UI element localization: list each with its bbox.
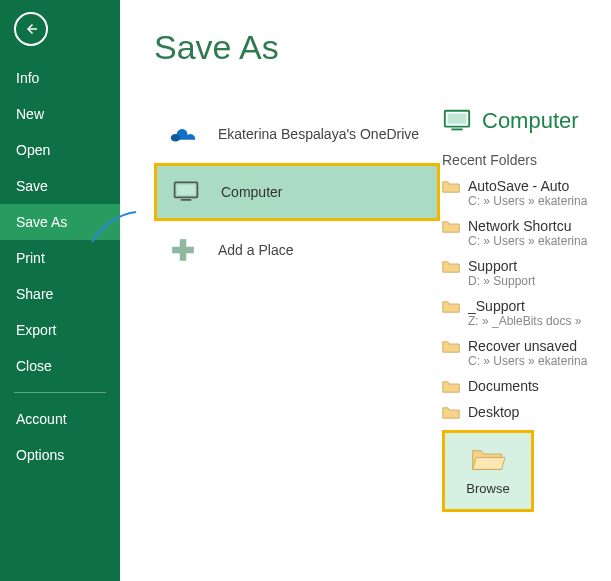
back-button[interactable] — [14, 12, 48, 46]
location-add-a-place[interactable]: Add a Place — [154, 221, 440, 279]
folder-icon — [442, 380, 460, 394]
folder-path: C: » Users » ekaterina — [468, 354, 587, 368]
recent-folder[interactable]: Desktop — [442, 404, 611, 420]
svg-rect-2 — [177, 185, 195, 195]
nav-item-new[interactable]: New — [0, 96, 120, 132]
nav-item-share[interactable]: Share — [0, 276, 120, 312]
backstage-sidebar: InfoNewOpenSaveSave AsPrintShareExportCl… — [0, 0, 120, 581]
location-heading-label: Computer — [482, 108, 579, 134]
onedrive-icon — [164, 115, 202, 153]
folder-icon — [442, 180, 460, 194]
nav-item-save-as[interactable]: Save As — [0, 204, 120, 240]
recent-folder[interactable]: Network ShortcuC: » Users » ekaterina — [442, 218, 611, 248]
back-arrow-icon — [22, 20, 40, 38]
folder-open-icon — [471, 447, 505, 473]
recent-folder[interactable]: Recover unsavedC: » Users » ekaterina — [442, 338, 611, 368]
browse-label: Browse — [466, 481, 509, 496]
location-computer[interactable]: Computer — [154, 163, 440, 221]
nav-item-options[interactable]: Options — [0, 437, 120, 473]
nav-item-export[interactable]: Export — [0, 312, 120, 348]
nav-item-print[interactable]: Print — [0, 240, 120, 276]
computer-icon — [167, 173, 205, 211]
folder-icon — [442, 300, 460, 314]
folder-icon — [442, 406, 460, 420]
svg-point-0 — [171, 134, 180, 142]
folder-name: Support — [468, 258, 535, 274]
nav-item-account[interactable]: Account — [0, 401, 120, 437]
svg-rect-5 — [172, 247, 194, 254]
folder-name: Documents — [468, 378, 539, 394]
sidebar-divider — [14, 392, 106, 393]
nav-item-save[interactable]: Save — [0, 168, 120, 204]
computer-icon — [442, 106, 472, 136]
nav-item-open[interactable]: Open — [0, 132, 120, 168]
folder-name: Network Shortcu — [468, 218, 587, 234]
folder-name: Recover unsaved — [468, 338, 587, 354]
location-heading: Computer — [442, 106, 611, 136]
folder-path: Z: » _AbleBits docs » — [468, 314, 581, 328]
page-title: Save As — [154, 28, 440, 67]
svg-rect-3 — [181, 199, 192, 201]
nav-item-close[interactable]: Close — [0, 348, 120, 384]
recent-folder[interactable]: SupportD: » Support — [442, 258, 611, 288]
browse-button[interactable]: Browse — [442, 430, 534, 512]
recent-folders-label: Recent Folders — [442, 152, 611, 168]
folder-name: Desktop — [468, 404, 519, 420]
location-label: Add a Place — [218, 242, 294, 258]
save-as-detail-panel: Computer Recent Folders AutoSave - AutoC… — [440, 0, 611, 581]
location-label: Ekaterina Bespalaya's OneDrive — [218, 126, 419, 142]
add-icon — [164, 231, 202, 269]
svg-rect-7 — [448, 114, 467, 124]
location-label: Computer — [221, 184, 282, 200]
folder-icon — [442, 340, 460, 354]
nav-item-info[interactable]: Info — [0, 60, 120, 96]
recent-folder[interactable]: Documents — [442, 378, 611, 394]
svg-rect-8 — [451, 129, 462, 131]
recent-folder[interactable]: _SupportZ: » _AbleBits docs » — [442, 298, 611, 328]
folder-path: C: » Users » ekaterina — [468, 194, 587, 208]
save-as-locations-panel: Save As Ekaterina Bespalaya's OneDriveCo… — [120, 0, 440, 581]
folder-path: D: » Support — [468, 274, 535, 288]
folder-icon — [442, 220, 460, 234]
folder-path: C: » Users » ekaterina — [468, 234, 587, 248]
folder-name: _Support — [468, 298, 581, 314]
location-ekaterina-bespalaya-s-onedrive[interactable]: Ekaterina Bespalaya's OneDrive — [154, 105, 440, 163]
recent-folder[interactable]: AutoSave - AutoC: » Users » ekaterina — [442, 178, 611, 208]
folder-name: AutoSave - Auto — [468, 178, 587, 194]
folder-icon — [442, 260, 460, 274]
